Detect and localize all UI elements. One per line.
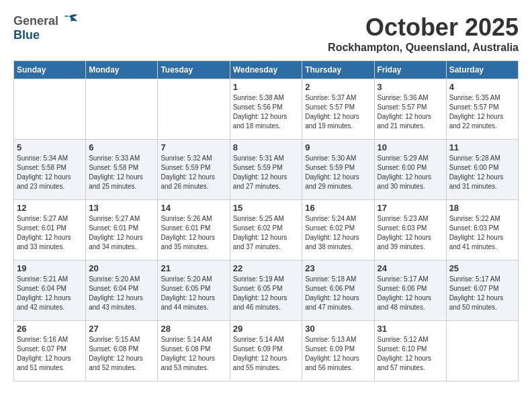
- day-number: 27: [89, 324, 154, 334]
- week-row-2: 5Sunrise: 5:34 AM Sunset: 5:58 PM Daylig…: [14, 140, 519, 200]
- day-number: 7: [161, 142, 226, 152]
- day-cell: 16Sunrise: 5:24 AM Sunset: 6:02 PM Dayli…: [302, 200, 374, 261]
- day-cell: 14Sunrise: 5:26 AM Sunset: 6:01 PM Dayli…: [158, 200, 230, 261]
- day-cell: 1Sunrise: 5:38 AM Sunset: 5:56 PM Daylig…: [230, 79, 302, 140]
- day-cell: 24Sunrise: 5:17 AM Sunset: 6:06 PM Dayli…: [374, 261, 446, 321]
- day-info: Sunrise: 5:13 AM Sunset: 6:09 PM Dayligh…: [305, 335, 371, 373]
- day-number: 15: [233, 203, 300, 213]
- day-info: Sunrise: 5:25 AM Sunset: 6:02 PM Dayligh…: [233, 214, 300, 252]
- day-number: 5: [17, 142, 83, 152]
- day-info: Sunrise: 5:27 AM Sunset: 6:01 PM Dayligh…: [89, 214, 154, 252]
- week-row-3: 12Sunrise: 5:27 AM Sunset: 6:01 PM Dayli…: [14, 200, 519, 261]
- day-info: Sunrise: 5:12 AM Sunset: 6:10 PM Dayligh…: [378, 335, 443, 373]
- day-cell: 15Sunrise: 5:25 AM Sunset: 6:02 PM Dayli…: [230, 200, 302, 261]
- day-cell: 13Sunrise: 5:27 AM Sunset: 6:01 PM Dayli…: [86, 200, 158, 261]
- day-cell: [14, 79, 86, 140]
- day-info: Sunrise: 5:15 AM Sunset: 6:08 PM Dayligh…: [89, 335, 154, 373]
- day-cell: [158, 79, 230, 140]
- day-cell: 30Sunrise: 5:13 AM Sunset: 6:09 PM Dayli…: [302, 321, 374, 381]
- day-info: Sunrise: 5:33 AM Sunset: 5:58 PM Dayligh…: [89, 154, 154, 191]
- day-info: Sunrise: 5:18 AM Sunset: 6:06 PM Dayligh…: [305, 275, 371, 312]
- day-info: Sunrise: 5:17 AM Sunset: 6:06 PM Dayligh…: [378, 275, 443, 312]
- day-number: 8: [233, 142, 300, 152]
- day-number: 28: [161, 324, 226, 334]
- day-cell: 17Sunrise: 5:23 AM Sunset: 6:03 PM Dayli…: [374, 200, 446, 261]
- day-info: Sunrise: 5:28 AM Sunset: 6:00 PM Dayligh…: [449, 154, 515, 191]
- day-cell: 2Sunrise: 5:37 AM Sunset: 5:57 PM Daylig…: [302, 79, 374, 140]
- day-cell: 25Sunrise: 5:17 AM Sunset: 6:07 PM Dayli…: [446, 261, 518, 321]
- day-info: Sunrise: 5:29 AM Sunset: 6:00 PM Dayligh…: [378, 154, 443, 191]
- day-info: Sunrise: 5:21 AM Sunset: 6:04 PM Dayligh…: [17, 275, 83, 312]
- day-number: 12: [17, 203, 83, 213]
- day-number: 30: [305, 324, 371, 334]
- day-info: Sunrise: 5:34 AM Sunset: 5:58 PM Dayligh…: [17, 154, 83, 191]
- logo: General Blue: [13, 13, 79, 42]
- day-cell: [446, 321, 518, 381]
- day-info: Sunrise: 5:35 AM Sunset: 5:57 PM Dayligh…: [449, 93, 515, 131]
- day-number: 31: [378, 324, 443, 334]
- day-cell: 7Sunrise: 5:32 AM Sunset: 5:59 PM Daylig…: [158, 140, 230, 200]
- day-cell: 9Sunrise: 5:30 AM Sunset: 5:59 PM Daylig…: [302, 140, 374, 200]
- day-info: Sunrise: 5:16 AM Sunset: 6:07 PM Dayligh…: [17, 335, 83, 373]
- day-cell: 19Sunrise: 5:21 AM Sunset: 6:04 PM Dayli…: [14, 261, 86, 321]
- week-row-5: 26Sunrise: 5:16 AM Sunset: 6:07 PM Dayli…: [14, 321, 519, 381]
- day-number: 22: [233, 263, 300, 273]
- day-info: Sunrise: 5:30 AM Sunset: 5:59 PM Dayligh…: [305, 154, 371, 191]
- day-cell: 23Sunrise: 5:18 AM Sunset: 6:06 PM Dayli…: [302, 261, 374, 321]
- day-info: Sunrise: 5:17 AM Sunset: 6:07 PM Dayligh…: [449, 275, 515, 312]
- day-number: 9: [305, 142, 371, 152]
- day-cell: 20Sunrise: 5:20 AM Sunset: 6:04 PM Dayli…: [86, 261, 158, 321]
- day-info: Sunrise: 5:36 AM Sunset: 5:57 PM Dayligh…: [378, 93, 443, 131]
- day-number: 4: [449, 82, 515, 92]
- day-cell: 11Sunrise: 5:28 AM Sunset: 6:00 PM Dayli…: [446, 140, 518, 200]
- day-number: 10: [378, 142, 443, 152]
- day-cell: 28Sunrise: 5:14 AM Sunset: 6:08 PM Dayli…: [158, 321, 230, 381]
- day-number: 16: [305, 203, 371, 213]
- day-number: 17: [378, 203, 443, 213]
- day-number: 20: [89, 263, 154, 273]
- weekday-header-sunday: Sunday: [14, 61, 86, 79]
- day-cell: 21Sunrise: 5:20 AM Sunset: 6:05 PM Dayli…: [158, 261, 230, 321]
- logo-blue-text: Blue: [13, 28, 40, 42]
- day-number: 13: [89, 203, 154, 213]
- day-cell: 4Sunrise: 5:35 AM Sunset: 5:57 PM Daylig…: [446, 79, 518, 140]
- day-info: Sunrise: 5:14 AM Sunset: 6:09 PM Dayligh…: [233, 335, 300, 373]
- day-number: 21: [161, 263, 226, 273]
- title-section: October 2025 Rockhampton, Queensland, Au…: [328, 13, 519, 54]
- day-info: Sunrise: 5:24 AM Sunset: 6:02 PM Dayligh…: [305, 214, 371, 252]
- day-info: Sunrise: 5:31 AM Sunset: 5:59 PM Dayligh…: [233, 154, 300, 191]
- weekday-header-saturday: Saturday: [446, 61, 518, 79]
- logo-general-text: General: [13, 14, 58, 28]
- location: Rockhampton, Queensland, Australia: [328, 42, 519, 54]
- day-number: 11: [449, 142, 515, 152]
- week-row-1: 1Sunrise: 5:38 AM Sunset: 5:56 PM Daylig…: [14, 79, 519, 140]
- day-number: 25: [449, 263, 515, 273]
- day-info: Sunrise: 5:37 AM Sunset: 5:57 PM Dayligh…: [305, 93, 371, 131]
- day-cell: 12Sunrise: 5:27 AM Sunset: 6:01 PM Dayli…: [14, 200, 86, 261]
- calendar-table: SundayMondayTuesdayWednesdayThursdayFrid…: [13, 60, 519, 381]
- weekday-header-row: SundayMondayTuesdayWednesdayThursdayFrid…: [14, 61, 519, 79]
- day-cell: 3Sunrise: 5:36 AM Sunset: 5:57 PM Daylig…: [374, 79, 446, 140]
- day-info: Sunrise: 5:23 AM Sunset: 6:03 PM Dayligh…: [378, 214, 443, 252]
- day-cell: [86, 79, 158, 140]
- day-info: Sunrise: 5:22 AM Sunset: 6:03 PM Dayligh…: [449, 214, 515, 252]
- day-number: 14: [161, 203, 226, 213]
- day-number: 6: [89, 142, 154, 152]
- day-info: Sunrise: 5:19 AM Sunset: 6:05 PM Dayligh…: [233, 275, 300, 312]
- day-number: 18: [449, 203, 515, 213]
- week-row-4: 19Sunrise: 5:21 AM Sunset: 6:04 PM Dayli…: [14, 261, 519, 321]
- day-cell: 27Sunrise: 5:15 AM Sunset: 6:08 PM Dayli…: [86, 321, 158, 381]
- day-info: Sunrise: 5:20 AM Sunset: 6:05 PM Dayligh…: [161, 275, 226, 312]
- day-number: 1: [233, 82, 300, 92]
- day-cell: 8Sunrise: 5:31 AM Sunset: 5:59 PM Daylig…: [230, 140, 302, 200]
- day-info: Sunrise: 5:26 AM Sunset: 6:01 PM Dayligh…: [161, 214, 226, 252]
- weekday-header-thursday: Thursday: [302, 61, 374, 79]
- day-number: 24: [378, 263, 443, 273]
- page-header: General Blue October 2025 Rockhampton, Q…: [13, 13, 519, 54]
- weekday-header-wednesday: Wednesday: [230, 61, 302, 79]
- day-number: 19: [17, 263, 83, 273]
- day-cell: 29Sunrise: 5:14 AM Sunset: 6:09 PM Dayli…: [230, 321, 302, 381]
- month-title: October 2025: [328, 13, 519, 42]
- day-cell: 31Sunrise: 5:12 AM Sunset: 6:10 PM Dayli…: [374, 321, 446, 381]
- day-info: Sunrise: 5:32 AM Sunset: 5:59 PM Dayligh…: [161, 154, 226, 191]
